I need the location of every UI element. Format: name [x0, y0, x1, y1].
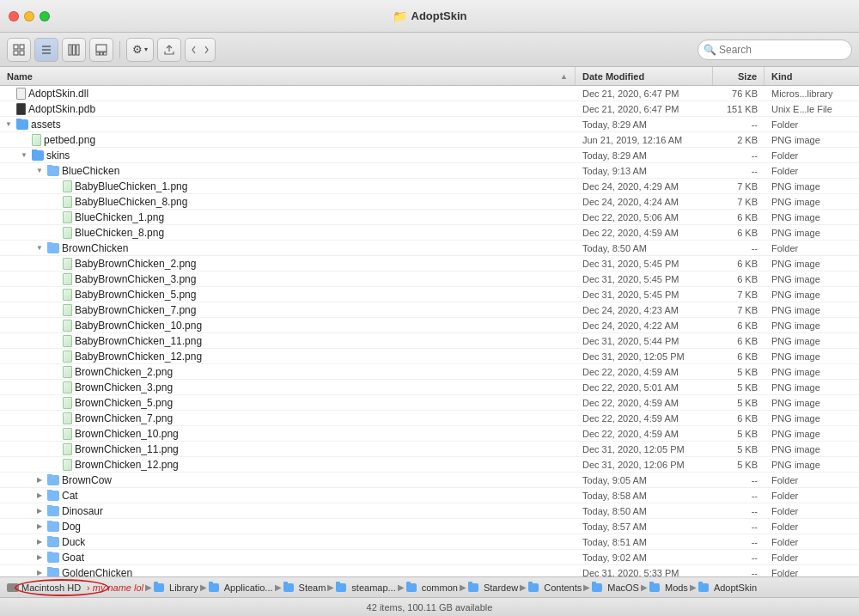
- table-row[interactable]: BabyBrownChicken_11.pngDec 31, 2020, 5:4…: [0, 333, 859, 349]
- table-row[interactable]: BabyBrownChicken_10.pngDec 24, 2020, 4:2…: [0, 318, 859, 333]
- table-row[interactable]: BabyBrownChicken_3.pngDec 31, 2020, 5:45…: [0, 271, 859, 287]
- table-row[interactable]: BabyBlueChicken_8.pngDec 24, 2020, 4:24 …: [0, 194, 859, 210]
- table-row[interactable]: BrownChicken_7.pngDec 22, 2020, 4:59 AM6…: [0, 411, 859, 426]
- disclosure-triangle[interactable]: [3, 119, 14, 130]
- folder-icon: [47, 552, 59, 563]
- path-item-steam[interactable]: Steam: [283, 582, 326, 593]
- file-size-cell: 151 KB: [713, 104, 765, 114]
- table-row[interactable]: skinsToday, 8:29 AM--Folder: [0, 148, 859, 163]
- disclosure-triangle[interactable]: [34, 568, 45, 577]
- folder-path-icon: [592, 583, 602, 592]
- file-name-cell: AdoptSkin.dll: [0, 88, 576, 100]
- view-gallery-button[interactable]: [89, 38, 113, 62]
- table-row[interactable]: GoatToday, 9:02 AM--Folder: [0, 550, 859, 565]
- share-button[interactable]: [157, 38, 181, 62]
- file-name-text: BrownChicken_2.png: [75, 366, 173, 378]
- search-wrapper[interactable]: 🔍: [698, 40, 852, 60]
- table-row[interactable]: BabyBrownChicken_7.pngDec 24, 2020, 4:23…: [0, 302, 859, 318]
- disclosure-triangle[interactable]: [34, 537, 45, 547]
- table-row[interactable]: DogToday, 8:57 AM--Folder: [0, 519, 859, 534]
- disclosure-triangle[interactable]: [34, 506, 45, 516]
- view-list-button[interactable]: [34, 38, 58, 62]
- table-row[interactable]: CatToday, 8:58 AM--Folder: [0, 488, 859, 503]
- path-item-macos[interactable]: MacOS: [592, 582, 639, 593]
- table-row[interactable]: assetsToday, 8:29 AM--Folder: [0, 117, 859, 132]
- disclosure-triangle[interactable]: [34, 243, 45, 253]
- disclosure-triangle[interactable]: [34, 491, 45, 501]
- path-item-macintosh-hd[interactable]: Macintosh HD ›my name lol: [7, 582, 143, 593]
- file-date-cell: Dec 31, 2020, 5:45 PM: [576, 274, 713, 284]
- file-kind-cell: PNG image: [765, 305, 859, 315]
- action-button[interactable]: ⚙ ▾: [126, 38, 154, 62]
- window-controls[interactable]: [9, 11, 50, 21]
- sort-indicator: ▲: [560, 72, 568, 81]
- table-row[interactable]: BabyBrownChicken_5.pngDec 31, 2020, 5:45…: [0, 287, 859, 302]
- file-kind-cell: PNG image: [765, 351, 859, 362]
- close-button[interactable]: [9, 11, 19, 21]
- table-row[interactable]: BrownChickenToday, 8:50 AM--Folder: [0, 241, 859, 256]
- table-row[interactable]: BlueChicken_1.pngDec 22, 2020, 5:06 AM6 …: [0, 210, 859, 225]
- table-row[interactable]: BrownChicken_11.pngDec 31, 2020, 12:05 P…: [0, 442, 859, 457]
- path-separator: ▶: [327, 582, 334, 592]
- table-row[interactable]: BrownChicken_2.pngDec 22, 2020, 4:59 AM5…: [0, 364, 859, 380]
- disclosure-triangle[interactable]: [34, 166, 45, 176]
- table-row[interactable]: BabyBrownChicken_2.pngDec 31, 2020, 5:45…: [0, 256, 859, 271]
- path-item-applicatio...[interactable]: Applicatio...: [209, 582, 273, 593]
- disclosure-triangle[interactable]: [34, 552, 45, 563]
- file-name-text: GoldenChicken: [62, 567, 132, 577]
- maximize-button[interactable]: [40, 11, 50, 21]
- path-item-stardew[interactable]: Stardew: [468, 582, 518, 593]
- table-row[interactable]: GoldenChickenDec 31, 2020, 5:33 PM--Fold…: [0, 565, 859, 576]
- search-input[interactable]: [698, 40, 852, 60]
- file-name-text: Dog: [62, 521, 81, 533]
- table-row[interactable]: BrownChicken_10.pngDec 22, 2020, 4:59 AM…: [0, 426, 859, 442]
- table-row[interactable]: BrownChicken_12.pngDec 31, 2020, 12:06 P…: [0, 457, 859, 473]
- size-column-header[interactable]: Size: [713, 67, 765, 85]
- file-date-cell: Today, 9:13 AM: [576, 166, 713, 176]
- view-grid-button[interactable]: [7, 38, 31, 62]
- name-column-header[interactable]: Name ▲: [0, 67, 576, 85]
- table-row[interactable]: BlueChicken_8.pngDec 22, 2020, 4:59 AM6 …: [0, 225, 859, 241]
- disclosure-triangle[interactable]: [19, 150, 29, 161]
- minimize-button[interactable]: [24, 11, 34, 21]
- file-kind-cell: PNG image: [765, 367, 859, 377]
- view-column-button[interactable]: [62, 38, 86, 62]
- path-item-steamap...[interactable]: steamap...: [336, 582, 395, 593]
- table-row[interactable]: BabyBlueChicken_1.pngDec 24, 2020, 4:29 …: [0, 179, 859, 194]
- file-kind-cell: Folder: [765, 521, 859, 532]
- table-row[interactable]: BlueChickenToday, 9:13 AM--Folder: [0, 163, 859, 179]
- table-row[interactable]: AdoptSkin.dllDec 21, 2020, 6:47 PM76 KBM…: [0, 86, 859, 101]
- table-row[interactable]: DuckToday, 8:51 AM--Folder: [0, 534, 859, 550]
- disclosure-triangle[interactable]: [34, 521, 45, 532]
- kind-column-header[interactable]: Kind: [765, 67, 859, 85]
- path-item-adoptskin[interactable]: AdoptSkin: [698, 582, 757, 593]
- file-name-text: BabyBrownChicken_11.png: [75, 335, 202, 347]
- path-item-mods[interactable]: Mods: [649, 582, 688, 593]
- file-size-cell: 5 KB: [713, 398, 765, 408]
- file-name-cell: BrownCow: [0, 474, 576, 486]
- file-name-text: BrownCow: [62, 474, 112, 486]
- table-row[interactable]: DinosaurToday, 8:50 AM--Folder: [0, 503, 859, 519]
- table-row[interactable]: petbed.pngJun 21, 2019, 12:16 AM2 KBPNG …: [0, 132, 859, 148]
- file-size-cell: 2 KB: [713, 135, 765, 145]
- file-size-cell: --: [713, 506, 765, 516]
- file-size-cell: --: [713, 475, 765, 485]
- search-icon: 🔍: [704, 44, 716, 56]
- disclosure-triangle[interactable]: [34, 475, 45, 485]
- file-name-cell: BlueChicken_1.png: [0, 211, 576, 223]
- table-row[interactable]: AdoptSkin.pdbDec 21, 2020, 6:47 PM151 KB…: [0, 101, 859, 117]
- file-name-text: BabyBrownChicken_3.png: [75, 273, 196, 285]
- back-forward-button[interactable]: [185, 38, 216, 62]
- path-item-contents[interactable]: Contents: [528, 582, 582, 593]
- file-kind-cell: PNG image: [765, 336, 859, 346]
- file-size-cell: --: [713, 166, 765, 176]
- table-row[interactable]: BrownChicken_5.pngDec 22, 2020, 4:59 AM5…: [0, 395, 859, 411]
- path-item-library[interactable]: Library: [154, 582, 198, 593]
- file-name-cell: Dog: [0, 521, 576, 533]
- table-row[interactable]: BrownCowToday, 9:05 AM--Folder: [0, 473, 859, 488]
- date-column-header[interactable]: Date Modified: [576, 67, 713, 85]
- table-row[interactable]: BabyBrownChicken_12.pngDec 31, 2020, 12:…: [0, 349, 859, 364]
- path-item-common[interactable]: common: [406, 582, 458, 593]
- file-name-cell: BrownChicken_12.png: [0, 459, 576, 471]
- table-row[interactable]: BrownChicken_3.pngDec 22, 2020, 5:01 AM5…: [0, 380, 859, 395]
